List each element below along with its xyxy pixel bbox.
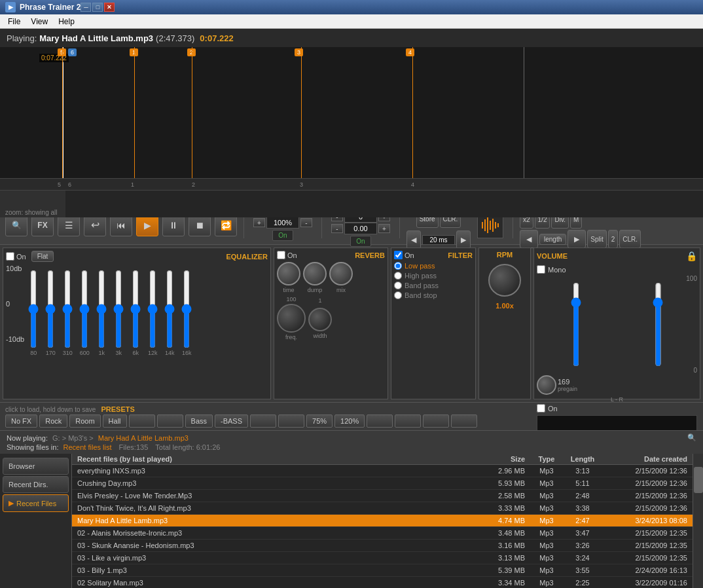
pitch-on-btn[interactable]: On — [350, 236, 370, 247]
file-row[interactable]: Don't Think Twice, It's All Right.mp3 3.… — [72, 502, 693, 515]
reverb-time-knob[interactable] — [277, 262, 300, 285]
preset-120[interactable]: 120% — [334, 414, 365, 428]
marker-next[interactable]: ▶ — [456, 230, 471, 249]
file-row[interactable]: 03 - Skunk Anansie - Hedonism.mp3 3.16 M… — [72, 540, 693, 552]
eq-slider-12k[interactable] — [146, 270, 159, 348]
browser-btn[interactable]: Browser — [3, 458, 69, 475]
reverb-width-label: width — [313, 333, 327, 339]
reverb-mix-knob[interactable] — [329, 262, 353, 285]
eq-slider-170[interactable] — [44, 270, 57, 348]
file-size: 3.33 MB — [478, 504, 530, 512]
waveform-mini[interactable]: zoom: showing all — [0, 190, 703, 217]
reverb-freq-knob[interactable] — [277, 304, 306, 333]
marker-prev[interactable]: ◀ — [406, 230, 421, 249]
file-length: 3:24 — [563, 554, 602, 562]
eq-slider-6k[interactable] — [129, 270, 142, 348]
loop-length-btn[interactable]: length — [539, 234, 566, 245]
rpm-knob[interactable] — [488, 264, 521, 297]
preset-nofx[interactable]: No FX — [5, 414, 37, 428]
file-row[interactable]: Mary Had A Little Lamb.mp3 4.74 MB Mp3 2… — [72, 515, 693, 527]
preset-bass[interactable]: Bass — [185, 414, 213, 428]
preset-9[interactable] — [250, 414, 276, 428]
filter-highpass-label: High pass — [405, 272, 437, 280]
eq-slider-1k[interactable] — [95, 270, 108, 348]
preset-14[interactable] — [395, 414, 421, 428]
marker-6[interactable]: 6 — [68, 48, 77, 56]
preset-hall[interactable]: Hall — [103, 414, 127, 428]
preset-minus-bass[interactable]: -BASS — [215, 414, 248, 428]
waveform-main[interactable]: // Generate waveform bars - will be done… — [0, 47, 703, 178]
preset-room[interactable]: Room — [69, 414, 100, 428]
filter-bandpass: Band pass — [394, 282, 473, 289]
recent-dirs-label: Recent Dirs. — [9, 481, 48, 488]
mono-checkbox[interactable] — [537, 265, 545, 274]
loop-split-btn[interactable]: Split — [587, 230, 606, 248]
scrollbar-thumb[interactable] — [694, 467, 703, 493]
loop-clr-btn[interactable]: CLR. — [619, 230, 641, 248]
filter-lowpass-radio[interactable] — [394, 262, 402, 270]
fine-minus-btn[interactable]: - — [331, 224, 343, 233]
filter-bandpass-radio[interactable] — [394, 282, 402, 289]
file-date: 3/22/2009 01:16 — [602, 579, 687, 587]
file-row[interactable]: 02 - Alanis Morissette-Ironic.mp3 3.48 M… — [72, 527, 693, 540]
preset-rock[interactable]: Rock — [39, 414, 67, 428]
filter-highpass-radio[interactable] — [394, 272, 402, 280]
reverb-dump-knob[interactable] — [303, 262, 327, 285]
eq-slider-14k[interactable] — [163, 270, 176, 348]
recent-files-btn[interactable]: ▶ Recent Files — [3, 494, 69, 512]
eq-slider-310[interactable] — [61, 270, 74, 348]
search-icon-area[interactable]: 🔍 — [687, 433, 696, 442]
reverb-width-knob[interactable] — [308, 308, 332, 331]
status-left: Now playing: G: > Mp3's > Mary Had A Lit… — [7, 434, 189, 442]
loop-prev-btn[interactable]: ◀ — [520, 230, 538, 248]
preset-15[interactable] — [423, 414, 449, 428]
eq-freq-14k: 14k — [165, 350, 175, 356]
preset-10[interactable] — [278, 414, 304, 428]
eq-flat-btn[interactable]: Flat — [31, 251, 54, 262]
loop-2-btn[interactable]: 2 — [608, 230, 619, 248]
recent-dirs-btn[interactable]: Recent Dirs. — [3, 476, 69, 493]
loop-next-btn[interactable]: ▶ — [568, 230, 586, 248]
scrollbar[interactable] — [693, 454, 703, 588]
eq-db-labels: 10db 0 -10db — [6, 265, 24, 343]
vol-main-slider[interactable] — [537, 282, 615, 367]
volume-title: VOLUME — [537, 252, 568, 260]
marker-3-label[interactable]: 3 — [295, 48, 303, 56]
maximize-button[interactable]: □ — [92, 3, 103, 12]
vol-secondary-slider[interactable] — [619, 282, 698, 367]
menu-help[interactable]: Help — [53, 16, 80, 28]
minimize-button[interactable]: ─ — [81, 3, 91, 12]
close-button[interactable]: ✕ — [104, 3, 115, 12]
marker-4-label[interactable]: 4 — [406, 48, 414, 56]
speed-minus[interactable]: - — [300, 218, 312, 227]
preset-5[interactable] — [129, 414, 155, 428]
menu-view[interactable]: View — [26, 16, 53, 28]
eq-on-checkbox[interactable] — [6, 252, 14, 261]
pregain-knob[interactable] — [537, 375, 556, 395]
file-row[interactable]: 02 Solitary Man.mp3 3.34 MB Mp3 2:25 3/2… — [72, 577, 693, 588]
preset-13[interactable] — [367, 414, 393, 428]
filter-bandstop-radio[interactable] — [394, 291, 402, 299]
file-row[interactable]: everything INXS.mp3 2.96 MB Mp3 3:13 2/1… — [72, 465, 693, 477]
reverb-on-checkbox[interactable] — [277, 251, 285, 259]
eq-slider-80[interactable] — [27, 270, 40, 348]
speed-plus[interactable]: + — [253, 218, 265, 227]
file-row[interactable]: 03 - Like a virgin.mp3 3.13 MB Mp3 3:24 … — [72, 552, 693, 564]
menu-file[interactable]: File — [3, 16, 26, 28]
eq-slider-600[interactable] — [78, 270, 91, 348]
preset-75[interactable]: 75% — [306, 414, 333, 428]
filter-on-checkbox[interactable] — [394, 251, 403, 259]
file-row[interactable]: Elvis Presley - Love Me Tender.Mp3 2.58 … — [72, 490, 693, 502]
eq-slider-3k[interactable] — [112, 270, 125, 348]
preset-6[interactable] — [157, 414, 183, 428]
preset-16[interactable] — [451, 414, 477, 428]
lock-icon[interactable]: 🔒 — [686, 251, 697, 261]
eq-slider-16k[interactable] — [180, 270, 193, 348]
eq-sliders: 80 170 310 600 1k — [27, 265, 193, 356]
fine-plus-btn[interactable]: + — [378, 224, 390, 233]
file-row[interactable]: 03 - Billy 1.mp3 5.39 MB Mp3 3:55 2/24/2… — [72, 564, 693, 577]
reverb-freq-row: 100 freq. 1 width — [277, 296, 385, 340]
col-header-length: Length — [563, 455, 602, 463]
speed-on-btn[interactable]: On — [272, 230, 293, 241]
file-row[interactable]: Crushing Day.mp3 5.93 MB Mp3 5:11 2/15/2… — [72, 477, 693, 490]
